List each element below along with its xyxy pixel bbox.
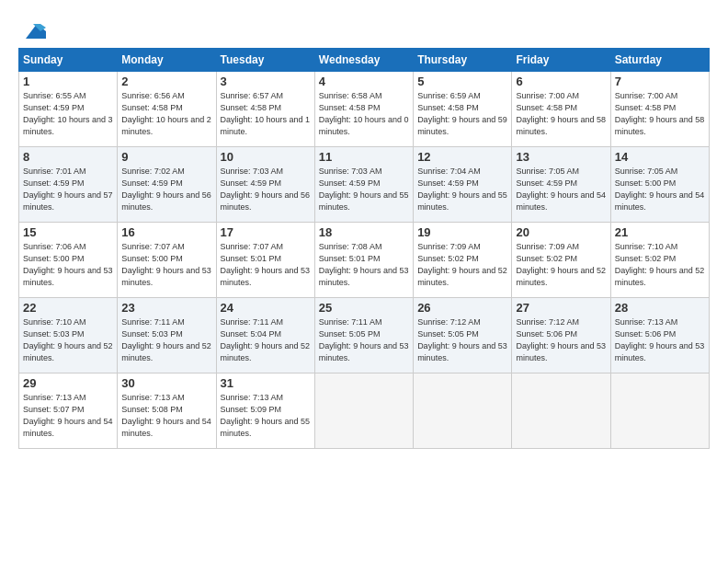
header-wednesday: Wednesday bbox=[314, 49, 413, 72]
day-cell-7: 7Sunrise: 7:00 AMSunset: 4:58 PMDaylight… bbox=[610, 72, 709, 147]
day-cell-1: 1Sunrise: 6:55 AMSunset: 4:59 PMDaylight… bbox=[19, 72, 118, 147]
day-info: Sunrise: 7:00 AMSunset: 4:58 PMDaylight:… bbox=[516, 90, 606, 138]
header-friday: Friday bbox=[512, 49, 610, 72]
day-info: Sunrise: 7:07 AMSunset: 5:01 PMDaylight:… bbox=[221, 241, 311, 289]
day-info: Sunrise: 7:06 AMSunset: 5:00 PMDaylight:… bbox=[23, 241, 113, 289]
day-info: Sunrise: 7:02 AMSunset: 4:59 PMDaylight:… bbox=[121, 166, 211, 213]
day-number: 29 bbox=[23, 376, 113, 390]
day-number: 22 bbox=[23, 301, 113, 315]
day-info: Sunrise: 7:13 AMSunset: 5:06 PMDaylight:… bbox=[615, 316, 705, 364]
day-number: 19 bbox=[417, 225, 507, 239]
day-cell-16: 16Sunrise: 7:07 AMSunset: 5:00 PMDayligh… bbox=[118, 223, 216, 298]
day-cell-26: 26Sunrise: 7:12 AMSunset: 5:05 PMDayligh… bbox=[414, 298, 512, 373]
day-info: Sunrise: 7:13 AMSunset: 5:07 PMDaylight:… bbox=[23, 392, 113, 440]
day-cell-14: 14Sunrise: 7:05 AMSunset: 5:00 PMDayligh… bbox=[610, 147, 709, 223]
day-number: 1 bbox=[23, 75, 113, 88]
day-number: 4 bbox=[319, 75, 409, 88]
day-cell-29: 29Sunrise: 7:13 AMSunset: 5:07 PMDayligh… bbox=[19, 373, 118, 449]
day-cell-18: 18Sunrise: 7:08 AMSunset: 5:01 PMDayligh… bbox=[314, 223, 413, 298]
day-info: Sunrise: 6:56 AMSunset: 4:58 PMDaylight:… bbox=[121, 90, 211, 138]
day-cell-5: 5Sunrise: 6:59 AMSunset: 4:58 PMDaylight… bbox=[414, 72, 512, 147]
header-tuesday: Tuesday bbox=[216, 49, 314, 72]
day-info: Sunrise: 7:03 AMSunset: 4:59 PMDaylight:… bbox=[221, 166, 311, 213]
day-info: Sunrise: 7:08 AMSunset: 5:01 PMDaylight:… bbox=[319, 241, 409, 289]
day-number: 7 bbox=[615, 75, 705, 88]
day-number: 31 bbox=[221, 376, 311, 390]
day-cell-13: 13Sunrise: 7:05 AMSunset: 4:59 PMDayligh… bbox=[512, 147, 610, 223]
header-row bbox=[18, 15, 710, 44]
day-number: 12 bbox=[417, 150, 507, 164]
day-cell-22: 22Sunrise: 7:10 AMSunset: 5:03 PMDayligh… bbox=[19, 298, 118, 373]
day-info: Sunrise: 6:57 AMSunset: 4:58 PMDaylight:… bbox=[221, 90, 311, 138]
day-number: 24 bbox=[221, 301, 311, 315]
day-info: Sunrise: 7:12 AMSunset: 5:06 PMDaylight:… bbox=[516, 316, 606, 364]
day-info: Sunrise: 7:05 AMSunset: 4:59 PMDaylight:… bbox=[516, 166, 606, 213]
day-number: 8 bbox=[23, 150, 113, 164]
empty-cell bbox=[414, 373, 512, 449]
day-number: 11 bbox=[319, 150, 409, 164]
day-cell-11: 11Sunrise: 7:03 AMSunset: 4:59 PMDayligh… bbox=[314, 147, 413, 223]
day-number: 27 bbox=[516, 301, 606, 315]
day-number: 13 bbox=[516, 150, 606, 164]
day-cell-27: 27Sunrise: 7:12 AMSunset: 5:06 PMDayligh… bbox=[512, 298, 610, 373]
day-number: 25 bbox=[319, 301, 409, 315]
day-info: Sunrise: 7:12 AMSunset: 5:05 PMDaylight:… bbox=[417, 316, 507, 364]
day-info: Sunrise: 7:11 AMSunset: 5:03 PMDaylight:… bbox=[121, 316, 211, 364]
day-cell-2: 2Sunrise: 6:56 AMSunset: 4:58 PMDaylight… bbox=[118, 72, 216, 147]
day-number: 2 bbox=[121, 75, 211, 88]
day-info: Sunrise: 7:03 AMSunset: 4:59 PMDaylight:… bbox=[319, 166, 409, 213]
week-row-3: 15Sunrise: 7:06 AMSunset: 5:00 PMDayligh… bbox=[19, 223, 710, 298]
header-sunday: Sunday bbox=[19, 49, 118, 72]
empty-cell bbox=[610, 373, 709, 449]
day-number: 23 bbox=[121, 301, 211, 315]
day-cell-8: 8Sunrise: 7:01 AMSunset: 4:59 PMDaylight… bbox=[19, 147, 118, 223]
day-info: Sunrise: 7:01 AMSunset: 4:59 PMDaylight:… bbox=[23, 166, 113, 213]
day-number: 28 bbox=[615, 301, 705, 315]
day-number: 18 bbox=[319, 225, 409, 239]
day-info: Sunrise: 6:58 AMSunset: 4:58 PMDaylight:… bbox=[319, 90, 409, 138]
day-number: 21 bbox=[615, 225, 705, 239]
day-cell-12: 12Sunrise: 7:04 AMSunset: 4:59 PMDayligh… bbox=[414, 147, 512, 223]
week-row-4: 22Sunrise: 7:10 AMSunset: 5:03 PMDayligh… bbox=[19, 298, 710, 373]
day-number: 26 bbox=[417, 301, 507, 315]
day-cell-15: 15Sunrise: 7:06 AMSunset: 5:00 PMDayligh… bbox=[19, 223, 118, 298]
day-info: Sunrise: 7:11 AMSunset: 5:04 PMDaylight:… bbox=[221, 316, 311, 364]
day-number: 3 bbox=[221, 75, 311, 88]
day-cell-28: 28Sunrise: 7:13 AMSunset: 5:06 PMDayligh… bbox=[610, 298, 709, 373]
logo-icon bbox=[20, 18, 46, 44]
day-info: Sunrise: 7:10 AMSunset: 5:03 PMDaylight:… bbox=[23, 316, 113, 364]
day-number: 5 bbox=[417, 75, 507, 88]
day-cell-9: 9Sunrise: 7:02 AMSunset: 4:59 PMDaylight… bbox=[118, 147, 216, 223]
day-info: Sunrise: 7:07 AMSunset: 5:00 PMDaylight:… bbox=[121, 241, 211, 289]
day-cell-17: 17Sunrise: 7:07 AMSunset: 5:01 PMDayligh… bbox=[216, 223, 314, 298]
week-row-2: 8Sunrise: 7:01 AMSunset: 4:59 PMDaylight… bbox=[19, 147, 710, 223]
empty-cell bbox=[314, 373, 413, 449]
header-saturday: Saturday bbox=[610, 49, 709, 72]
day-cell-24: 24Sunrise: 7:11 AMSunset: 5:04 PMDayligh… bbox=[216, 298, 314, 373]
day-cell-4: 4Sunrise: 6:58 AMSunset: 4:58 PMDaylight… bbox=[314, 72, 413, 147]
day-info: Sunrise: 7:13 AMSunset: 5:08 PMDaylight:… bbox=[121, 392, 211, 440]
day-cell-20: 20Sunrise: 7:09 AMSunset: 5:02 PMDayligh… bbox=[512, 223, 610, 298]
day-info: Sunrise: 7:09 AMSunset: 5:02 PMDaylight:… bbox=[417, 241, 507, 289]
day-info: Sunrise: 7:13 AMSunset: 5:09 PMDaylight:… bbox=[221, 392, 311, 440]
header-row-days: SundayMondayTuesdayWednesdayThursdayFrid… bbox=[19, 49, 710, 72]
day-number: 14 bbox=[615, 150, 705, 164]
day-number: 20 bbox=[516, 225, 606, 239]
day-cell-30: 30Sunrise: 7:13 AMSunset: 5:08 PMDayligh… bbox=[118, 373, 216, 449]
day-info: Sunrise: 7:05 AMSunset: 5:00 PMDaylight:… bbox=[615, 166, 705, 213]
day-cell-21: 21Sunrise: 7:10 AMSunset: 5:02 PMDayligh… bbox=[610, 223, 709, 298]
day-cell-6: 6Sunrise: 7:00 AMSunset: 4:58 PMDaylight… bbox=[512, 72, 610, 147]
day-cell-3: 3Sunrise: 6:57 AMSunset: 4:58 PMDaylight… bbox=[216, 72, 314, 147]
day-number: 6 bbox=[516, 75, 606, 88]
header-thursday: Thursday bbox=[414, 49, 512, 72]
day-cell-19: 19Sunrise: 7:09 AMSunset: 5:02 PMDayligh… bbox=[414, 223, 512, 298]
day-cell-25: 25Sunrise: 7:11 AMSunset: 5:05 PMDayligh… bbox=[314, 298, 413, 373]
calendar-table: SundayMondayTuesdayWednesdayThursdayFrid… bbox=[18, 48, 710, 449]
day-info: Sunrise: 7:00 AMSunset: 4:58 PMDaylight:… bbox=[615, 90, 705, 138]
day-info: Sunrise: 6:55 AMSunset: 4:59 PMDaylight:… bbox=[23, 90, 113, 138]
day-cell-31: 31Sunrise: 7:13 AMSunset: 5:09 PMDayligh… bbox=[216, 373, 314, 449]
day-cell-23: 23Sunrise: 7:11 AMSunset: 5:03 PMDayligh… bbox=[118, 298, 216, 373]
week-row-1: 1Sunrise: 6:55 AMSunset: 4:59 PMDaylight… bbox=[19, 72, 710, 147]
day-cell-10: 10Sunrise: 7:03 AMSunset: 4:59 PMDayligh… bbox=[216, 147, 314, 223]
day-number: 17 bbox=[221, 225, 311, 239]
